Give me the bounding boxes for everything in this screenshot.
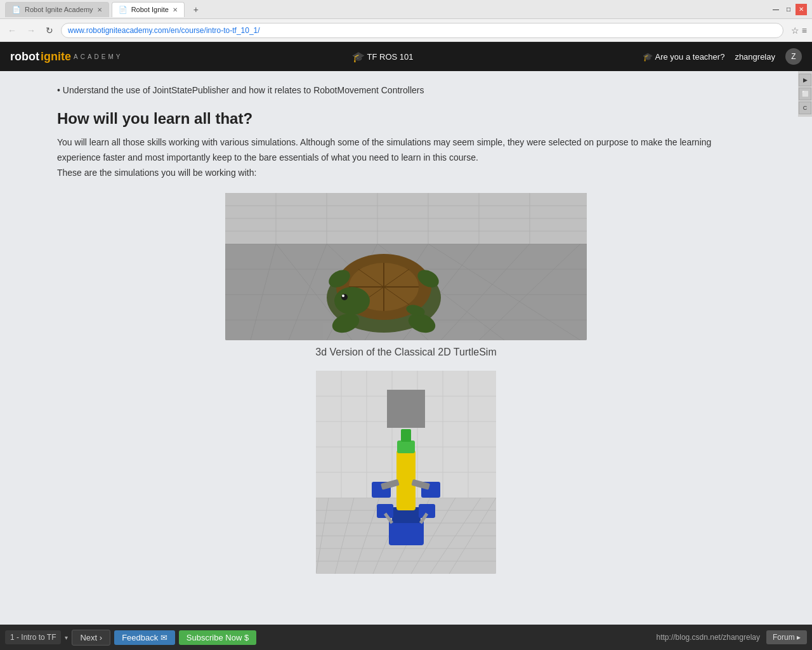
next-button[interactable]: Next › (72, 630, 110, 646)
side-btn-3[interactable]: C (799, 102, 811, 114)
logo-sub-text: ACADEMY (74, 53, 122, 60)
site-header: robot ignite ACADEMY 🎓 TF ROS 101 🎓 Are … (0, 42, 812, 71)
side-btn-2[interactable]: ⬜ (799, 88, 811, 100)
course-icon: 🎓 (352, 51, 365, 63)
logo-robot-text: robot (10, 50, 39, 63)
bottom-link: http://blog.csdn.net/zhangrelay (657, 633, 760, 642)
turtle-caption: 3d Version of the Classical 2D TurtleSim (315, 347, 496, 358)
logo-ignite-text: ignite (41, 50, 71, 63)
back-button[interactable]: ← (5, 24, 19, 37)
address-bar[interactable] (61, 23, 783, 38)
turtle-sim-container: 3d Version of the Classical 2D TurtleSim (57, 193, 755, 358)
lesson-label: 1 - Intro to TF (5, 630, 61, 644)
tab-title-1: Robot Ignite Academy (25, 6, 93, 13)
forum-button[interactable]: Forum ▸ (766, 630, 807, 644)
reload-button[interactable]: ↻ (43, 24, 56, 37)
tab-close-1[interactable]: ✕ (97, 6, 102, 13)
avatar-letter: Z (791, 52, 796, 61)
section-body: You will learn all those skills working … (57, 135, 755, 180)
feedback-button[interactable]: Feedback ✉ (114, 630, 175, 645)
bookmark-icon[interactable]: ☆ (791, 25, 799, 36)
bottom-bar: 1 - Intro to TF ▾ Next › Feedback ✉ Subs… (0, 625, 812, 650)
teacher-label: Are you a teacher? (655, 52, 725, 62)
header-right: 🎓 Are you a teacher? zhangrelay Z (643, 48, 802, 65)
browser-titlebar: 📄 Robot Ignite Academy ✕ 📄 Robot Ignite … (0, 0, 812, 19)
new-tab-button[interactable]: + (187, 2, 205, 17)
svg-point-25 (342, 295, 344, 297)
tab-inactive[interactable]: 📄 Robot Ignite Academy ✕ (5, 2, 109, 17)
maximize-button[interactable]: □ (783, 4, 794, 15)
svg-rect-71 (387, 390, 425, 428)
svg-rect-75 (397, 441, 415, 453)
tab-icon: 📄 (12, 6, 21, 14)
tab-close-2[interactable]: ✕ (173, 6, 178, 13)
svg-point-23 (334, 287, 370, 315)
avatar[interactable]: Z (785, 48, 802, 65)
window-controls: — □ ✕ (770, 4, 807, 15)
forward-button[interactable]: → (24, 24, 38, 37)
robot-sim-container (57, 371, 755, 574)
svg-point-24 (341, 294, 348, 300)
bottom-right: http://blog.csdn.net/zhangrelay Forum ▸ (657, 630, 807, 644)
section-title: How will you learn all that? (57, 110, 755, 128)
teacher-icon: 🎓 (643, 52, 653, 62)
logo[interactable]: robot ignite ACADEMY (10, 50, 122, 63)
menu-icon[interactable]: ≡ (802, 25, 807, 36)
robot-canvas (316, 371, 496, 574)
svg-rect-72 (389, 520, 424, 545)
side-btn-1[interactable]: ▶ (799, 74, 811, 86)
tab-title-2: Robot Ignite (131, 6, 169, 13)
tab-active[interactable]: 📄 Robot Ignite ✕ (112, 2, 185, 17)
minimize-button[interactable]: — (770, 4, 782, 15)
toolbar-icons: ☆ ≡ (791, 25, 807, 36)
svg-rect-76 (401, 429, 411, 442)
dropdown-arrow[interactable]: ▾ (65, 634, 68, 641)
browser-addressbar: ← → ↻ ☆ ≡ (0, 19, 812, 42)
header-center: 🎓 TF ROS 101 (352, 51, 414, 63)
username-label: zhangrelay (735, 52, 775, 62)
course-label: 🎓 TF ROS 101 (352, 51, 414, 63)
prereq-item: Understand the use of JointStatePublishe… (57, 84, 755, 97)
turtle-canvas (225, 193, 587, 340)
tab-icon-active: 📄 (119, 6, 128, 14)
subscribe-button[interactable]: Subscribe Now $ (179, 630, 256, 645)
teacher-link[interactable]: 🎓 Are you a teacher? (643, 52, 725, 62)
close-button[interactable]: ✕ (796, 4, 807, 15)
content-inner: Understand the use of JointStatePublishe… (57, 84, 755, 574)
course-name: TF ROS 101 (367, 52, 414, 62)
main-content: Understand the use of JointStatePublishe… (0, 71, 812, 625)
side-toolbar: ▶ ⬜ C (798, 71, 812, 117)
